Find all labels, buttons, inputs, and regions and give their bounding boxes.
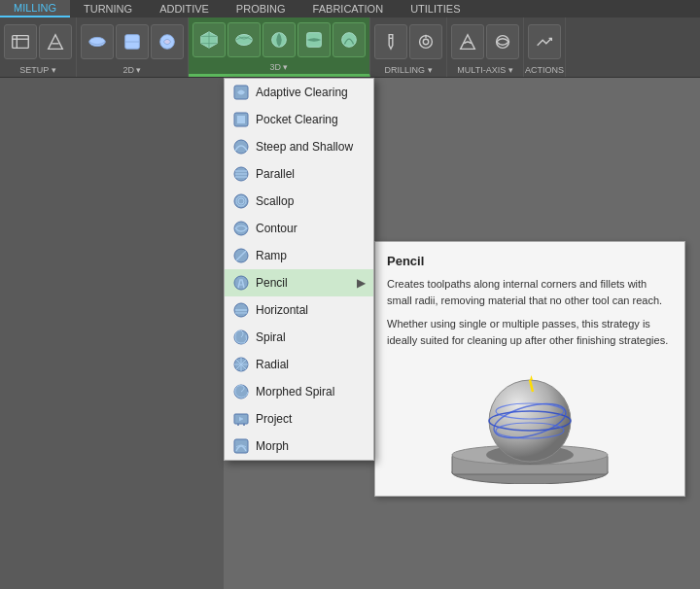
menu-item-horizontal-label: Horizontal xyxy=(256,303,308,317)
pocket-clearing-icon xyxy=(232,111,250,128)
3d-btn2[interactable] xyxy=(228,22,261,57)
pencil-toolpath-svg xyxy=(423,358,637,484)
menu-item-horizontal[interactable]: Horizontal xyxy=(225,296,373,324)
tooltip-paragraph2: Whether using single or multiple passes,… xyxy=(387,316,673,348)
svg-point-16 xyxy=(497,35,509,48)
parallel-icon xyxy=(232,165,250,183)
toolbar-section-setup: SETUP ▾ xyxy=(0,17,77,77)
multiaxis-label: MULTI-AXIS ▾ xyxy=(457,65,512,75)
svg-point-48 xyxy=(489,380,571,462)
toolbar-section-drilling: DRILLING ▾ xyxy=(370,17,447,77)
morphed-spiral-icon xyxy=(232,383,250,400)
nav-tab-fabrication[interactable]: FABRICATION xyxy=(299,0,398,17)
nav-tab-utilities[interactable]: UTILITIES xyxy=(397,0,473,17)
tooltip-title: Pencil xyxy=(387,254,673,268)
setup-btn[interactable] xyxy=(4,24,37,59)
multiaxis-btn1[interactable] xyxy=(451,24,484,59)
svg-rect-19 xyxy=(237,116,245,123)
svg-point-11 xyxy=(342,33,357,48)
menu-item-project[interactable]: Project xyxy=(225,405,373,433)
menu-item-pencil-label: Pencil xyxy=(256,276,288,290)
toolbar-section-multiaxis: MULTI-AXIS ▾ xyxy=(447,17,524,77)
pencil-icon xyxy=(232,274,250,292)
svg-point-8 xyxy=(236,35,253,46)
2d-btn3[interactable] xyxy=(151,24,184,59)
toolbar-section-3d: 3D ▾ xyxy=(189,17,370,77)
menu-item-steep-shallow-label: Steep and Shallow xyxy=(256,140,353,154)
project-icon xyxy=(232,410,250,428)
steep-shallow-icon xyxy=(232,138,250,156)
menu-item-morphed-spiral-label: Morphed Spiral xyxy=(256,385,334,398)
svg-point-28 xyxy=(234,222,248,235)
svg-rect-0 xyxy=(13,35,29,48)
spiral-icon xyxy=(232,329,250,346)
menu-item-radial-label: Radial xyxy=(256,358,289,371)
3d-label: 3D ▾ xyxy=(269,62,288,72)
actions-label: ACTIONS xyxy=(525,65,564,75)
nav-tab-probing[interactable]: PROBING xyxy=(223,0,299,17)
2d-btn2[interactable] xyxy=(116,24,149,59)
svg-point-20 xyxy=(234,140,248,154)
2d-btn1[interactable] xyxy=(81,24,114,59)
menu-item-contour[interactable]: Contour xyxy=(225,215,373,242)
menu-item-pocket-clearing[interactable]: Pocket Clearing xyxy=(225,106,373,133)
tooltip-image xyxy=(387,358,673,484)
main-toolbar: SETUP ▾ xyxy=(0,17,700,78)
drilling-btn2[interactable] xyxy=(409,24,442,59)
toolbar-section-actions: ACTIONS xyxy=(524,17,566,77)
2d-label: 2D ▾ xyxy=(122,65,141,75)
ramp-icon xyxy=(232,247,250,264)
drilling-btn1[interactable] xyxy=(374,24,407,59)
3d-btn4[interactable] xyxy=(298,22,331,57)
menu-item-parallel-label: Parallel xyxy=(256,167,295,181)
morph-icon xyxy=(232,437,250,455)
3d-btn1[interactable] xyxy=(192,22,226,57)
menu-item-scallop[interactable]: Scallop xyxy=(225,188,373,215)
menu-item-spiral-label: Spiral xyxy=(256,330,286,344)
left-viewport xyxy=(0,78,224,589)
nav-tab-additive[interactable]: ADDITIVE xyxy=(146,0,223,17)
menu-item-radial[interactable]: Radial xyxy=(225,351,373,378)
contour-icon xyxy=(232,220,250,237)
svg-point-14 xyxy=(423,39,429,45)
menu-item-morphed-spiral[interactable]: Morphed Spiral xyxy=(225,378,373,405)
multiaxis-btn2[interactable] xyxy=(486,24,519,59)
menu-item-ramp[interactable]: Ramp xyxy=(225,242,373,269)
menu-item-contour-label: Contour xyxy=(256,222,298,235)
menu-item-morph-label: Morph xyxy=(256,439,289,453)
menu-item-parallel[interactable]: Parallel xyxy=(225,160,373,188)
tooltip-paragraph1: Creates toolpaths along internal corners… xyxy=(387,276,673,308)
menu-item-pocket-clearing-label: Pocket Clearing xyxy=(256,113,338,126)
top-nav-bar: MILLING TURNING ADDITIVE PROBING FABRICA… xyxy=(0,0,700,17)
drilling-label: DRILLING ▾ xyxy=(384,65,432,75)
menu-item-ramp-label: Ramp xyxy=(256,249,287,262)
radial-icon xyxy=(232,356,250,373)
3d-dropdown-menu: Adaptive Clearing Pocket Clearing Steep … xyxy=(224,78,374,461)
3d-btn5[interactable] xyxy=(332,22,366,57)
menu-item-morph[interactable]: Morph xyxy=(225,433,373,460)
horizontal-icon xyxy=(232,301,250,319)
nav-tab-turning[interactable]: TURNING xyxy=(70,0,146,17)
menu-item-adaptive-clearing-label: Adaptive Clearing xyxy=(256,86,348,99)
setup-label: SETUP ▾ xyxy=(19,65,55,75)
adaptive-clearing-icon xyxy=(232,84,250,101)
menu-item-spiral[interactable]: Spiral xyxy=(225,324,373,351)
actions-btn1[interactable] xyxy=(528,24,561,59)
nav-tab-milling[interactable]: MILLING xyxy=(0,0,70,17)
menu-item-scallop-label: Scallop xyxy=(256,194,294,208)
svg-marker-54 xyxy=(530,375,533,380)
setup-btn2[interactable] xyxy=(39,24,72,59)
menu-item-pencil[interactable]: Pencil ▶ xyxy=(225,269,373,296)
menu-item-steep-shallow[interactable]: Steep and Shallow xyxy=(225,133,373,160)
menu-item-adaptive-clearing[interactable]: Adaptive Clearing xyxy=(225,79,373,106)
pencil-tooltip-panel: Pencil Creates toolpaths along internal … xyxy=(374,241,685,497)
svg-point-30 xyxy=(234,276,248,290)
scallop-icon xyxy=(232,192,250,210)
toolbar-section-2d: 2D ▾ xyxy=(77,17,189,77)
3d-btn3[interactable] xyxy=(262,22,296,57)
menu-item-project-label: Project xyxy=(256,412,292,426)
pencil-submenu-arrow: ▶ xyxy=(357,276,366,290)
